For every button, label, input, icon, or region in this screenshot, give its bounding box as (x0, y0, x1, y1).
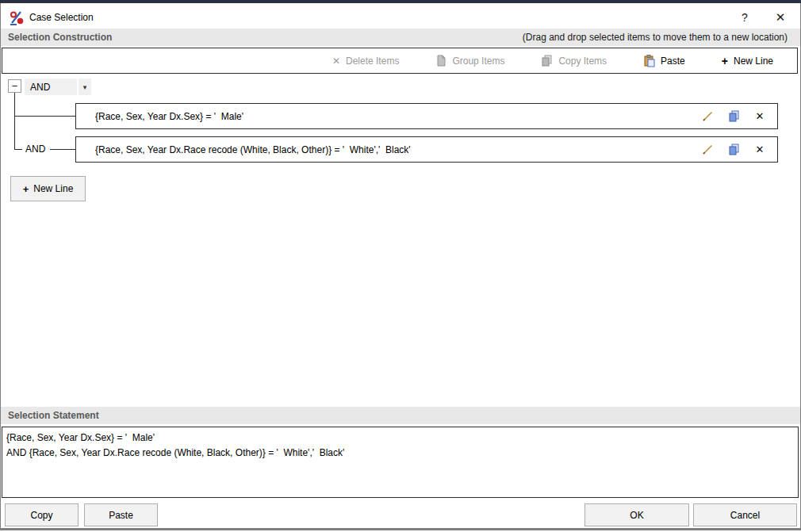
condition-row[interactable]: {Race, Sex, Year Dx.Sex} = ' Male' ✕ (75, 103, 778, 129)
copy-items-icon (541, 55, 553, 67)
close-icon: ✕ (776, 10, 786, 25)
delete-x-icon: ✕ (756, 144, 765, 155)
new-line-toolbar-label: New Line (734, 55, 773, 67)
tree-vertical-line (14, 93, 15, 150)
selection-statement-box[interactable]: {Race, Sex, Year Dx.Sex} = ' Male' AND {… (2, 427, 799, 498)
app-percent-icon (9, 10, 25, 26)
help-icon: ? (742, 11, 748, 24)
copy-button[interactable]: Copy (5, 503, 79, 526)
chevron-down-icon: ▾ (83, 83, 87, 91)
delete-items-icon: ✕ (332, 55, 340, 67)
copy-row-button[interactable] (727, 144, 740, 156)
edit-row-button[interactable] (701, 110, 714, 123)
delete-items-label: Delete Items (346, 55, 399, 67)
window-border-left (0, 3, 1, 528)
group-items-label: Group Items (452, 55, 504, 67)
root-operator-value: AND (30, 82, 50, 93)
cancel-button[interactable]: Cancel (693, 503, 797, 526)
root-operator-dropdown[interactable]: AND (25, 78, 77, 95)
edit-pencil-icon (702, 144, 714, 155)
selection-statement-title: Selection Statement (1, 410, 99, 421)
tree-branch-line-2b (50, 149, 75, 150)
help-button[interactable]: ? (731, 6, 758, 29)
delete-items-button[interactable]: ✕ Delete Items (332, 55, 399, 67)
edit-row-button[interactable] (701, 144, 714, 156)
condition-expression: {Race, Sex, Year Dx.Race recode (White, … (95, 144, 411, 155)
statement-line: {Race, Sex, Year Dx.Sex} = ' Male' (6, 431, 794, 446)
construction-toolbar: ✕ Delete Items Group Items Copy Items Pa… (2, 48, 798, 74)
copy-button-label: Copy (30, 510, 52, 521)
ok-button-label: OK (630, 510, 643, 521)
condition-row[interactable]: {Race, Sex, Year Dx.Race recode (White, … (75, 136, 778, 163)
copy-items-button[interactable]: Copy Items (541, 55, 607, 67)
tree-branch-line-2a (15, 149, 22, 150)
root-operator-arrow-button[interactable]: ▾ (79, 78, 91, 95)
edit-pencil-icon (702, 110, 714, 122)
collapse-button[interactable]: − (8, 79, 21, 93)
plus-icon: + (23, 183, 29, 195)
new-line-label: New Line (33, 183, 73, 194)
row-actions: ✕ (701, 110, 766, 123)
paste-icon (643, 55, 655, 67)
selection-construction-header: Selection Construction (Drag and drop se… (1, 29, 800, 46)
paste-button[interactable]: Paste (643, 55, 685, 67)
statement-line: AND {Race, Sex, Year Dx.Race recode (Whi… (6, 446, 794, 461)
row-actions: ✕ (701, 144, 766, 156)
window-title: Case Selection (29, 12, 94, 23)
copy-row-button[interactable] (727, 110, 740, 123)
paste-button-label: Paste (109, 510, 133, 521)
selection-construction-title: Selection Construction (1, 32, 112, 43)
cancel-button-label: Cancel (730, 510, 760, 521)
delete-x-icon: ✕ (756, 110, 765, 122)
title-bar: Case Selection ? ✕ (1, 3, 800, 29)
delete-row-button[interactable]: ✕ (753, 110, 766, 123)
group-items-icon (435, 55, 446, 67)
paste-statement-button[interactable]: Paste (84, 503, 158, 526)
copy-icon (728, 110, 740, 122)
case-selection-dialog: Case Selection ? ✕ Selection Constructio… (0, 0, 801, 532)
drag-drop-hint: (Drag and drop selected items to move th… (523, 32, 800, 43)
new-line-button[interactable]: + New Line (10, 176, 86, 201)
new-line-toolbar-button[interactable]: + New Line (722, 55, 773, 67)
ok-button[interactable]: OK (584, 503, 689, 526)
window-border-bottom (0, 528, 801, 530)
paste-label: Paste (661, 55, 685, 67)
minus-icon: − (12, 81, 18, 91)
tree-and-connector: AND (25, 144, 45, 155)
copy-icon (728, 144, 740, 155)
selection-statement-header: Selection Statement (1, 407, 800, 424)
delete-row-button[interactable]: ✕ (753, 144, 766, 156)
copy-items-label: Copy Items (558, 55, 607, 67)
close-button[interactable]: ✕ (767, 6, 794, 29)
group-items-button[interactable]: Group Items (435, 55, 504, 67)
plus-icon: + (722, 55, 728, 67)
tree-branch-line-1 (15, 116, 75, 117)
condition-expression: {Race, Sex, Year Dx.Sex} = ' Male' (95, 111, 243, 122)
